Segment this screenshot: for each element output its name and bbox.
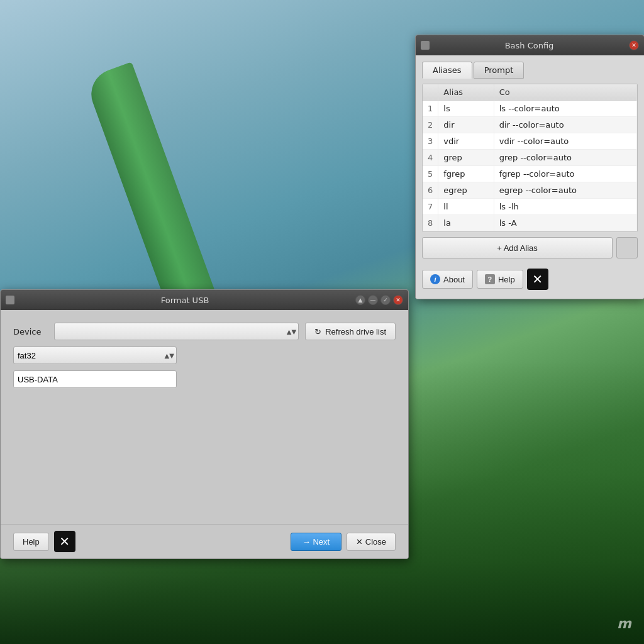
row-command: vdir --color=auto — [494, 133, 636, 150]
bash-config-window: Bash Config ✕ Aliases Prompt — [415, 35, 644, 299]
table-row: 3 vdir vdir --color=auto — [423, 133, 637, 150]
row-command: ls --color=auto — [494, 101, 636, 117]
bash-help-label: Help — [498, 275, 515, 284]
row-alias: ll — [438, 199, 494, 215]
format-usb-window: Format USB ▲ — ✓ ✕ Device /dev/sdb /dev/… — [0, 289, 409, 559]
extra-btn-placeholder — [616, 237, 638, 258]
col-command: Co — [494, 84, 636, 101]
help-button[interactable]: Help — [13, 533, 49, 551]
row-num: 7 — [423, 199, 438, 215]
alias-table: Alias Co 1 ls ls --color=auto 2 dir dir … — [423, 84, 637, 231]
about-label: About — [443, 275, 465, 284]
refresh-label: Refresh drive list — [325, 327, 386, 336]
tab-aliases-label: Aliases — [433, 65, 462, 75]
device-select-wrapper: /dev/sdb /dev/sdc ▲▼ — [54, 323, 299, 340]
bash-titlebar-close-btn[interactable]: ✕ — [629, 40, 639, 50]
alias-table-container: Alias Co 1 ls ls --color=auto 2 dir dir … — [422, 84, 638, 232]
bash-config-titlebar: Bash Config ✕ — [416, 35, 644, 55]
format-select[interactable]: fat32 ext4 ntfs exfat — [13, 347, 177, 364]
x-logo-icon: ✕ — [59, 534, 70, 549]
bash-config-footer: i About ? Help ✕ — [422, 264, 638, 292]
format-usb-footer: Help ✕ → Next ✕ Close — [1, 524, 408, 558]
titlebar-upload-btn[interactable]: ▲ — [355, 295, 365, 305]
col-alias: Alias — [438, 84, 494, 101]
add-alias-button[interactable]: + Add Alias — [422, 237, 613, 258]
bash-buttons-row: + Add Alias — [422, 237, 638, 258]
table-row: 8 la ls -A — [423, 215, 637, 231]
device-select[interactable]: /dev/sdb /dev/sdc — [54, 323, 299, 340]
row-num: 1 — [423, 101, 438, 117]
row-num: 2 — [423, 117, 438, 133]
format-usb-body: Device /dev/sdb /dev/sdc ▲▼ ↻ Refresh dr… — [1, 310, 408, 524]
row-command: fgrep --color=auto — [494, 166, 636, 182]
row-num: 4 — [423, 150, 438, 166]
bash-config-body: Aliases Prompt Alias Co — [416, 55, 644, 299]
row-alias: ls — [438, 101, 494, 117]
bash-config-logo: ✕ — [527, 269, 548, 290]
tab-prompt-label: Prompt — [484, 65, 514, 75]
table-row: 7 ll ls -lh — [423, 199, 637, 215]
row-alias: vdir — [438, 133, 494, 150]
row-alias: grep — [438, 150, 494, 166]
watermark: m — [617, 616, 631, 631]
row-alias: egrep — [438, 182, 494, 199]
desktop: m Format USB ▲ — ✓ ✕ Device /dev/sdb /d — [0, 0, 644, 644]
bash-x-logo-icon: ✕ — [532, 272, 543, 287]
format-usb-logo: ✕ — [54, 531, 75, 552]
label-row — [13, 370, 396, 388]
info-icon: i — [430, 274, 440, 284]
row-command: egrep --color=auto — [494, 182, 636, 199]
row-alias: fgrep — [438, 166, 494, 182]
table-row: 2 dir dir --color=auto — [423, 117, 637, 133]
format-row: fat32 ext4 ntfs exfat ▲▼ — [13, 347, 396, 364]
col-num — [423, 84, 438, 101]
bash-titlebar-controls: ✕ — [629, 40, 639, 50]
row-alias: dir — [438, 117, 494, 133]
titlebar-controls: ▲ — ✓ ✕ — [355, 295, 403, 305]
bash-config-title: Bash Config — [433, 41, 625, 50]
table-row: 5 fgrep fgrep --color=auto — [423, 166, 637, 182]
table-row: 1 ls ls --color=auto — [423, 101, 637, 117]
row-num: 3 — [423, 133, 438, 150]
titlebar-minimize-btn[interactable]: — — [368, 295, 378, 305]
titlebar-close-btn[interactable]: ✕ — [393, 295, 403, 305]
row-command: ls -A — [494, 215, 636, 231]
label-input[interactable] — [13, 370, 177, 388]
format-usb-title: Format USB — [18, 296, 352, 305]
question-icon: ? — [485, 274, 495, 284]
format-usb-titlebar: Format USB ▲ — ✓ ✕ — [1, 290, 408, 310]
device-label: Device — [13, 327, 48, 336]
tab-aliases[interactable]: Aliases — [422, 62, 472, 79]
alias-tbody: 1 ls ls --color=auto 2 dir dir --color=a… — [423, 101, 637, 231]
row-num: 6 — [423, 182, 438, 199]
bash-config-window-icon — [421, 41, 430, 50]
refresh-button[interactable]: ↻ Refresh drive list — [305, 323, 396, 340]
device-row: Device /dev/sdb /dev/sdc ▲▼ ↻ Refresh dr… — [13, 323, 396, 340]
about-button[interactable]: i About — [422, 270, 473, 289]
leaf-decoration — [84, 62, 218, 315]
close-button[interactable]: ✕ Close — [347, 533, 396, 551]
tab-bar: Aliases Prompt — [422, 62, 638, 79]
table-row: 6 egrep egrep --color=auto — [423, 182, 637, 199]
refresh-icon: ↻ — [314, 327, 321, 336]
tab-prompt[interactable]: Prompt — [474, 62, 525, 79]
row-alias: la — [438, 215, 494, 231]
table-row: 4 grep grep --color=auto — [423, 150, 637, 166]
row-command: dir --color=auto — [494, 117, 636, 133]
format-select-wrapper: fat32 ext4 ntfs exfat ▲▼ — [13, 347, 177, 364]
next-button[interactable]: → Next — [291, 533, 341, 551]
row-command: ls -lh — [494, 199, 636, 215]
row-num: 8 — [423, 215, 438, 231]
row-num: 5 — [423, 166, 438, 182]
row-command: grep --color=auto — [494, 150, 636, 166]
table-header-row: Alias Co — [423, 84, 637, 101]
bash-help-button[interactable]: ? Help — [477, 270, 523, 289]
format-usb-window-icon — [6, 296, 14, 304]
titlebar-restore-btn[interactable]: ✓ — [380, 295, 391, 305]
